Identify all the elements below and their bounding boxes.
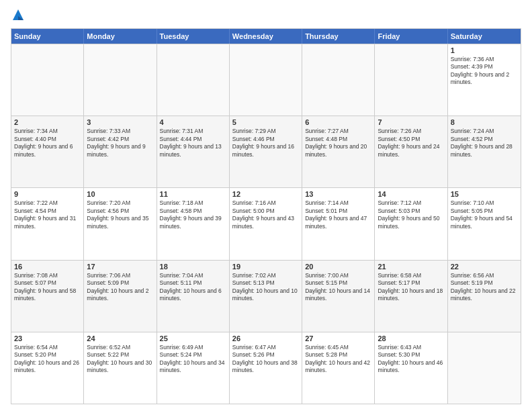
- day-number: 20: [305, 263, 371, 271]
- day-info: Sunrise: 7:34 AM Sunset: 4:40 PM Dayligh…: [14, 128, 81, 158]
- day-number: 22: [451, 263, 518, 271]
- cal-cell-0-6: 1Sunrise: 7:36 AM Sunset: 4:39 PM Daylig…: [448, 44, 521, 116]
- day-info: Sunrise: 7:04 AM Sunset: 5:11 PM Dayligh…: [160, 272, 226, 303]
- day-number: 9: [14, 190, 81, 198]
- day-number: 12: [232, 190, 299, 198]
- cal-cell-1-6: 8Sunrise: 7:24 AM Sunset: 4:52 PM Daylig…: [448, 116, 521, 187]
- day-number: 17: [87, 263, 153, 271]
- col-header-wednesday: Wednesday: [230, 29, 302, 44]
- cal-cell-3-4: 20Sunrise: 7:00 AM Sunset: 5:15 PM Dayli…: [302, 261, 375, 332]
- day-info: Sunrise: 7:22 AM Sunset: 4:54 PM Dayligh…: [14, 199, 81, 230]
- calendar-row-3: 16Sunrise: 7:08 AM Sunset: 5:07 PM Dayli…: [11, 260, 521, 332]
- calendar-body: 1Sunrise: 7:36 AM Sunset: 4:39 PM Daylig…: [11, 44, 521, 404]
- cal-cell-4-4: 27Sunrise: 6:45 AM Sunset: 5:28 PM Dayli…: [302, 332, 375, 404]
- day-info: Sunrise: 7:18 AM Sunset: 4:58 PM Dayligh…: [160, 199, 226, 230]
- day-info: Sunrise: 7:31 AM Sunset: 4:44 PM Dayligh…: [160, 128, 226, 158]
- logo: [11, 8, 25, 23]
- day-info: Sunrise: 7:36 AM Sunset: 4:39 PM Dayligh…: [451, 56, 518, 87]
- cal-cell-3-6: 22Sunrise: 6:56 AM Sunset: 5:19 PM Dayli…: [448, 261, 521, 332]
- day-info: Sunrise: 6:45 AM Sunset: 5:28 PM Dayligh…: [305, 344, 371, 375]
- day-info: Sunrise: 7:16 AM Sunset: 5:00 PM Dayligh…: [232, 199, 299, 230]
- cal-cell-4-0: 23Sunrise: 6:54 AM Sunset: 5:20 PM Dayli…: [11, 332, 84, 404]
- day-info: Sunrise: 7:08 AM Sunset: 5:07 PM Dayligh…: [14, 272, 81, 303]
- day-info: Sunrise: 6:49 AM Sunset: 5:24 PM Dayligh…: [160, 344, 226, 375]
- day-info: Sunrise: 6:58 AM Sunset: 5:17 PM Dayligh…: [378, 272, 444, 303]
- day-info: Sunrise: 7:06 AM Sunset: 5:09 PM Dayligh…: [87, 272, 153, 303]
- day-number: 7: [378, 118, 444, 126]
- cal-cell-4-2: 25Sunrise: 6:49 AM Sunset: 5:24 PM Dayli…: [157, 332, 230, 404]
- day-number: 24: [87, 334, 153, 342]
- day-info: Sunrise: 7:24 AM Sunset: 4:52 PM Dayligh…: [451, 128, 518, 158]
- day-info: Sunrise: 7:12 AM Sunset: 5:03 PM Dayligh…: [378, 199, 444, 230]
- cal-cell-4-5: 28Sunrise: 6:43 AM Sunset: 5:30 PM Dayli…: [375, 332, 447, 404]
- day-number: 16: [14, 263, 81, 271]
- day-number: 13: [305, 190, 371, 198]
- cal-cell-3-2: 18Sunrise: 7:04 AM Sunset: 5:11 PM Dayli…: [157, 261, 230, 332]
- cal-cell-1-0: 2Sunrise: 7:34 AM Sunset: 4:40 PM Daylig…: [11, 116, 84, 187]
- day-number: 2: [14, 118, 81, 126]
- day-info: Sunrise: 6:52 AM Sunset: 5:22 PM Dayligh…: [87, 344, 153, 375]
- cal-cell-2-4: 13Sunrise: 7:14 AM Sunset: 5:01 PM Dayli…: [302, 188, 375, 259]
- col-header-thursday: Thursday: [302, 29, 375, 44]
- cal-cell-4-6: [448, 332, 521, 404]
- page: SundayMondayTuesdayWednesdayThursdayFrid…: [0, 0, 532, 411]
- cal-cell-4-3: 26Sunrise: 6:47 AM Sunset: 5:26 PM Dayli…: [230, 332, 302, 404]
- col-header-friday: Friday: [375, 29, 447, 44]
- day-number: 25: [160, 334, 226, 342]
- cal-cell-2-5: 14Sunrise: 7:12 AM Sunset: 5:03 PM Dayli…: [375, 188, 447, 259]
- col-header-saturday: Saturday: [448, 29, 521, 44]
- cal-cell-2-6: 15Sunrise: 7:10 AM Sunset: 5:05 PM Dayli…: [448, 188, 521, 259]
- cal-cell-1-3: 5Sunrise: 7:29 AM Sunset: 4:46 PM Daylig…: [230, 116, 302, 187]
- calendar-header-row: SundayMondayTuesdayWednesdayThursdayFrid…: [11, 29, 521, 44]
- day-info: Sunrise: 7:20 AM Sunset: 4:56 PM Dayligh…: [87, 199, 153, 230]
- calendar-row-2: 9Sunrise: 7:22 AM Sunset: 4:54 PM Daylig…: [11, 187, 521, 259]
- day-number: 6: [305, 118, 371, 126]
- col-header-sunday: Sunday: [11, 29, 84, 44]
- day-number: 28: [378, 334, 444, 342]
- day-info: Sunrise: 7:02 AM Sunset: 5:13 PM Dayligh…: [232, 272, 299, 303]
- cal-cell-0-4: [302, 44, 375, 116]
- cal-cell-2-3: 12Sunrise: 7:16 AM Sunset: 5:00 PM Dayli…: [230, 188, 302, 259]
- day-info: Sunrise: 7:10 AM Sunset: 5:05 PM Dayligh…: [451, 199, 518, 230]
- day-number: 4: [160, 118, 226, 126]
- day-info: Sunrise: 6:47 AM Sunset: 5:26 PM Dayligh…: [232, 344, 299, 375]
- cal-cell-3-0: 16Sunrise: 7:08 AM Sunset: 5:07 PM Dayli…: [11, 261, 84, 332]
- day-number: 26: [232, 334, 299, 342]
- day-info: Sunrise: 6:56 AM Sunset: 5:19 PM Dayligh…: [451, 272, 518, 303]
- day-info: Sunrise: 7:33 AM Sunset: 4:42 PM Dayligh…: [87, 128, 153, 158]
- day-number: 27: [305, 334, 371, 342]
- col-header-monday: Monday: [84, 29, 157, 44]
- day-number: 21: [378, 263, 444, 271]
- calendar: SundayMondayTuesdayWednesdayThursdayFrid…: [11, 28, 521, 404]
- cal-cell-1-2: 4Sunrise: 7:31 AM Sunset: 4:44 PM Daylig…: [157, 116, 230, 187]
- day-info: Sunrise: 7:27 AM Sunset: 4:48 PM Dayligh…: [305, 128, 371, 158]
- day-number: 10: [87, 190, 153, 198]
- day-number: 14: [378, 190, 444, 198]
- cal-cell-0-1: [84, 44, 157, 116]
- cal-cell-4-1: 24Sunrise: 6:52 AM Sunset: 5:22 PM Dayli…: [84, 332, 157, 404]
- day-number: 15: [451, 190, 518, 198]
- cal-cell-3-5: 21Sunrise: 6:58 AM Sunset: 5:17 PM Dayli…: [375, 261, 447, 332]
- calendar-row-4: 23Sunrise: 6:54 AM Sunset: 5:20 PM Dayli…: [11, 332, 521, 404]
- cal-cell-1-1: 3Sunrise: 7:33 AM Sunset: 4:42 PM Daylig…: [84, 116, 157, 187]
- cal-cell-1-4: 6Sunrise: 7:27 AM Sunset: 4:48 PM Daylig…: [302, 116, 375, 187]
- cal-cell-3-3: 19Sunrise: 7:02 AM Sunset: 5:13 PM Dayli…: [230, 261, 302, 332]
- day-info: Sunrise: 7:00 AM Sunset: 5:15 PM Dayligh…: [305, 272, 371, 303]
- day-number: 23: [14, 334, 81, 342]
- cal-cell-2-2: 11Sunrise: 7:18 AM Sunset: 4:58 PM Dayli…: [157, 188, 230, 259]
- col-header-tuesday: Tuesday: [157, 29, 230, 44]
- cal-cell-2-1: 10Sunrise: 7:20 AM Sunset: 4:56 PM Dayli…: [84, 188, 157, 259]
- cal-cell-0-2: [157, 44, 230, 116]
- calendar-row-1: 2Sunrise: 7:34 AM Sunset: 4:40 PM Daylig…: [11, 116, 521, 187]
- day-number: 1: [451, 46, 518, 54]
- header: [11, 8, 521, 23]
- cal-cell-0-5: [375, 44, 447, 116]
- day-info: Sunrise: 7:14 AM Sunset: 5:01 PM Dayligh…: [305, 199, 371, 230]
- cal-cell-2-0: 9Sunrise: 7:22 AM Sunset: 4:54 PM Daylig…: [11, 188, 84, 259]
- cal-cell-0-3: [230, 44, 302, 116]
- day-number: 3: [87, 118, 153, 126]
- day-number: 5: [232, 118, 299, 126]
- day-info: Sunrise: 7:26 AM Sunset: 4:50 PM Dayligh…: [378, 128, 444, 158]
- cal-cell-1-5: 7Sunrise: 7:26 AM Sunset: 4:50 PM Daylig…: [375, 116, 447, 187]
- day-info: Sunrise: 6:43 AM Sunset: 5:30 PM Dayligh…: [378, 344, 444, 375]
